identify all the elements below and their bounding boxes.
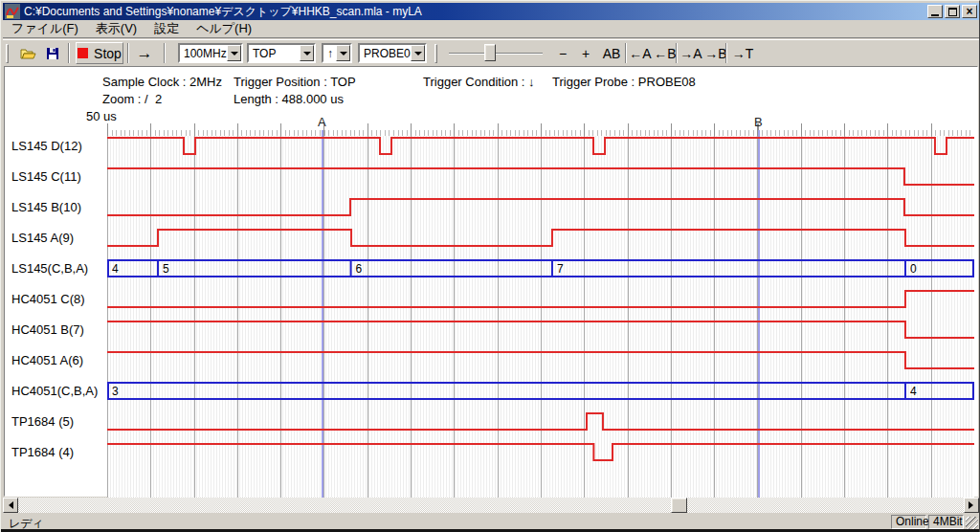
waveform-svg: 4567034 <box>107 136 974 498</box>
channel-label: TP1684 (4) <box>11 445 74 459</box>
zoom-ab-button[interactable]: AB <box>598 42 625 64</box>
menu-help[interactable]: ヘルプ(H) <box>188 18 260 39</box>
waveform-panel: Sample Clock : 2MHz Trigger Position : T… <box>4 66 978 497</box>
signal-trace <box>107 138 974 154</box>
open-file-button[interactable] <box>16 42 39 64</box>
move-b-left-button[interactable]: ←B <box>653 42 678 64</box>
signal-trace <box>107 321 974 338</box>
move-a-right-button[interactable]: →A <box>679 42 703 64</box>
signal-trace <box>107 352 974 368</box>
horizontal-scrollbar[interactable] <box>3 498 979 513</box>
scroll-left-button[interactable] <box>3 498 18 513</box>
maximize-button[interactable] <box>945 5 960 18</box>
toolbar-separator <box>676 43 678 63</box>
chevron-down-icon[interactable] <box>411 45 425 61</box>
signal-trace <box>107 168 974 185</box>
trigger-position-select[interactable]: TOP <box>247 43 316 63</box>
bus-value: 4 <box>112 262 119 276</box>
zoom-in-button[interactable]: + <box>575 42 596 64</box>
signal-trace <box>107 413 974 430</box>
bus-value: 6 <box>356 262 363 276</box>
toolbar-separator <box>625 43 627 63</box>
toolbar-grip[interactable] <box>434 44 437 63</box>
zoom-slider-track[interactable] <box>449 53 543 55</box>
sample-clock-value: 100MHz <box>180 45 227 61</box>
marker-a-label[interactable]: A <box>318 115 326 129</box>
signal-trace <box>107 230 974 246</box>
chevron-down-icon[interactable] <box>336 45 350 61</box>
channel-label: HC4051 C(8) <box>11 292 85 306</box>
channel-label: HC4051 A(6) <box>11 353 83 367</box>
trigger-probe-select[interactable]: PROBE00 <box>358 43 427 63</box>
toolbar: Stop → 100MHz TOP ↑ PROBE00 − + AB <box>3 39 979 65</box>
channel-label: LS145(C,B,A) <box>11 261 88 276</box>
info-trigger-condition: Trigger Condition : ↓ <box>423 75 535 89</box>
info-trigger-position: Trigger Position : TOP <box>234 75 356 89</box>
info-sample-clock: Sample Clock : 2MHz <box>102 75 222 89</box>
menu-file[interactable]: ファイル(F) <box>3 18 87 39</box>
info-length: Length : 488.000 us <box>234 92 344 106</box>
trigger-probe-value: PROBE00 <box>360 45 411 61</box>
status-memory-badge: 4MBit <box>928 515 964 529</box>
open-folder-icon <box>19 46 36 61</box>
signal-trace <box>107 199 974 215</box>
bus-value: 5 <box>163 262 169 276</box>
zoom-out-button[interactable]: − <box>552 42 573 64</box>
time-ruler[interactable] <box>107 122 974 136</box>
scroll-right-button[interactable] <box>964 498 979 513</box>
time-scale-label: 50 us <box>86 109 117 123</box>
minimize-icon <box>931 14 939 16</box>
info-trigger-probe: Trigger Probe : PROBE08 <box>552 75 696 89</box>
bus-value: 7 <box>557 262 564 276</box>
toolbar-separator <box>725 43 727 63</box>
stop-label: Stop <box>94 46 122 61</box>
goto-trigger-button[interactable]: →T <box>729 42 756 64</box>
zoom-slider-thumb[interactable] <box>484 44 496 61</box>
move-a-left-button[interactable]: ←A <box>628 42 653 64</box>
channel-label: HC4051(C,B,A) <box>11 384 98 398</box>
chevron-down-icon[interactable] <box>300 45 314 61</box>
signal-trace <box>107 291 974 307</box>
toolbar-separator <box>164 43 166 63</box>
channel-label: LS145 C(11) <box>11 169 81 184</box>
save-button[interactable] <box>41 42 64 64</box>
trigger-position-value: TOP <box>249 45 300 61</box>
chevron-down-icon[interactable] <box>227 45 241 61</box>
bus-value: 3 <box>112 385 119 398</box>
sample-clock-select[interactable]: 100MHz <box>178 43 243 63</box>
menu-view[interactable]: 表示(V) <box>87 18 145 39</box>
status-bar: レディ Online 4MBit <box>3 515 979 529</box>
save-floppy-icon <box>45 46 60 61</box>
app-window: C:¥Documents and Settings¥noname¥デスクトップ¥… <box>0 0 980 532</box>
status-online-badge: Online <box>891 515 926 529</box>
close-button[interactable]: × <box>962 5 977 18</box>
channel-label: LS145 B(10) <box>11 200 81 214</box>
stop-icon <box>78 48 88 58</box>
trigger-edge-value: ↑ <box>323 45 336 61</box>
trigger-edge-select[interactable]: ↑ <box>322 43 352 63</box>
menu-bar: ファイル(F) 表示(V) 設定 ヘルプ(H) <box>3 20 979 38</box>
bus-value: 0 <box>910 262 917 276</box>
run-button[interactable]: → <box>131 42 158 64</box>
marker-b-label[interactable]: B <box>754 115 763 129</box>
minimize-button[interactable] <box>927 5 943 18</box>
info-zoom: Zoom : / 2 <box>102 92 162 106</box>
stop-button[interactable]: Stop <box>76 42 123 64</box>
run-arrow-icon: → <box>137 44 153 63</box>
channel-label: TP1684 (5) <box>11 414 74 429</box>
window-title: C:¥Documents and Settings¥noname¥デスクトップ¥… <box>24 4 925 20</box>
maximize-icon <box>948 8 957 16</box>
bus-value: 4 <box>910 385 917 398</box>
menu-settings[interactable]: 設定 <box>145 18 188 39</box>
channel-label: HC4051 B(7) <box>11 322 84 337</box>
toolbar-separator <box>127 43 129 63</box>
app-icon[interactable] <box>5 4 20 19</box>
toolbar-grip[interactable] <box>6 44 9 63</box>
signal-trace <box>107 444 974 460</box>
close-icon: × <box>966 7 972 16</box>
toolbar-separator <box>68 43 70 63</box>
channel-label: LS145 D(12) <box>11 139 82 153</box>
resize-grip-icon[interactable] <box>966 517 978 529</box>
channel-label: LS145 A(9) <box>11 231 74 245</box>
scrollbar-thumb[interactable] <box>671 498 687 513</box>
